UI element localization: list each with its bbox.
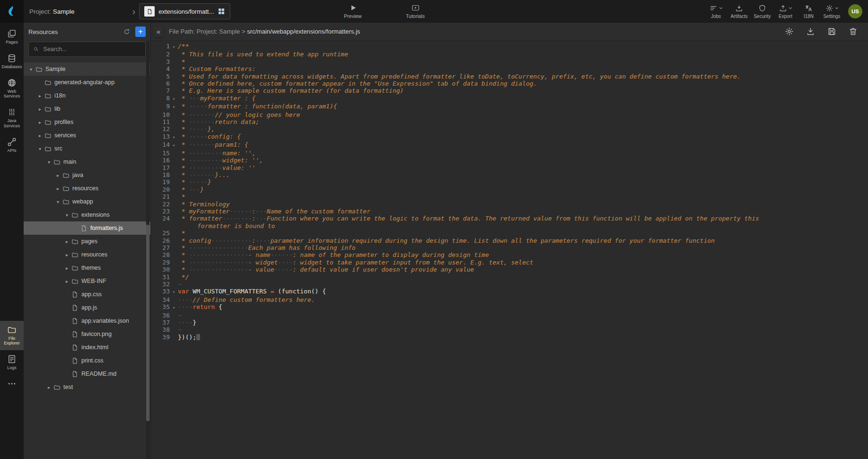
code-text[interactable]: ····} xyxy=(178,319,789,326)
code-text[interactable]: ····return { xyxy=(178,303,789,311)
collapse-panel-button[interactable]: « xyxy=(154,26,163,37)
code-text[interactable]: * Terminology xyxy=(178,201,789,208)
tree-folder-resources[interactable]: ▸resources xyxy=(24,248,150,261)
code-text[interactable]: ¬ xyxy=(178,326,789,333)
code-text[interactable]: * Once defined here, custom formatter ap… xyxy=(178,80,789,87)
rail-item-logs[interactable]: Logs xyxy=(0,350,24,375)
tree-file-readme-md[interactable]: README.md xyxy=(24,367,150,380)
topbar-export-button[interactable]: Export xyxy=(774,4,797,19)
expand-arrow-icon[interactable]: ▸ xyxy=(54,186,61,191)
fold-arrow-icon[interactable]: ▾ xyxy=(170,141,178,149)
tree-file-formatters-js[interactable]: formatters.js xyxy=(24,221,150,235)
code-text[interactable]: * ················Each param has followi… xyxy=(178,244,789,251)
code-text[interactable]: * ···myFormatter : { xyxy=(178,95,789,103)
download-button[interactable] xyxy=(806,27,815,36)
trash-button[interactable] xyxy=(849,27,858,36)
topbar-preview-button[interactable]: Preview xyxy=(341,0,365,23)
code-text[interactable]: * ·····} xyxy=(178,178,789,185)
tree-folder-themes[interactable]: ▸themes xyxy=(24,261,150,274)
code-text[interactable]: * ·········widget: '', xyxy=(178,157,789,164)
expand-arrow-icon[interactable]: ▸ xyxy=(45,385,53,390)
code-text[interactable]: * ·······return data; xyxy=(178,118,789,125)
user-avatar[interactable]: US xyxy=(848,4,862,18)
tree-folder-sample[interactable]: ▾Sample xyxy=(24,62,150,76)
collapse-arrow-icon[interactable]: ▾ xyxy=(63,212,70,218)
tree-folder-generated-angular-app[interactable]: generated-angular-app xyxy=(24,76,150,89)
open-file-tab[interactable]: extensions/formatt... xyxy=(139,3,230,19)
tree-folder-profiles[interactable]: ▸profiles xyxy=(24,115,150,129)
code-text[interactable]: * formatter········:···Function where yo… xyxy=(178,215,789,230)
tree-folder-web-inf[interactable]: ▸WEB-INF xyxy=(24,274,150,288)
search-input[interactable] xyxy=(43,45,141,53)
topbar-jobs-button[interactable]: Jobs xyxy=(704,4,728,19)
tree-folder-main[interactable]: ▾main xyxy=(24,155,150,168)
expand-arrow-icon[interactable]: ▸ xyxy=(63,265,70,271)
tree-folder-extensions[interactable]: ▾extensions xyxy=(24,208,150,221)
tree-folder-java[interactable]: ▸java xyxy=(24,168,150,182)
tree-folder-services[interactable]: ▸services xyxy=(24,129,150,142)
rail-item-databases[interactable]: Databases xyxy=(0,49,24,74)
fold-arrow-icon[interactable]: ▾ xyxy=(170,103,178,111)
add-resource-button[interactable]: + xyxy=(135,26,146,37)
rail-item-apis[interactable]: APIs xyxy=(0,133,24,158)
collapse-arrow-icon[interactable]: ▾ xyxy=(36,146,44,151)
collapse-arrow-icon[interactable]: ▾ xyxy=(27,67,35,72)
code-text[interactable]: * ·······param1: { xyxy=(178,141,789,149)
fold-arrow-icon[interactable]: ▾ xyxy=(170,303,178,311)
code-text[interactable]: * This file is used to extend the app ru… xyxy=(178,51,789,58)
code-editor[interactable]: 1▾/**2 * This file is used to extend the… xyxy=(151,41,868,459)
expand-arrow-icon[interactable]: ▸ xyxy=(54,173,61,178)
rail-item-pages[interactable]: Pages xyxy=(0,25,24,49)
code-text[interactable]: /** xyxy=(178,43,789,51)
code-text[interactable]: * ·······}... xyxy=(178,171,789,178)
tree-folder-pages[interactable]: ▸pages xyxy=(24,235,150,248)
code-text[interactable]: ¬ xyxy=(178,281,789,288)
tree-folder-test[interactable]: ▸test xyxy=(24,380,150,394)
code-text[interactable]: * config···········:····parameter inform… xyxy=(178,237,789,244)
code-text[interactable]: * ················- value·····: default … xyxy=(178,266,789,273)
code-text[interactable]: var WM_CUSTOM_FORMATTERS = (function() { xyxy=(178,288,789,296)
topbar-tutorials-button[interactable]: Tutorials xyxy=(403,0,428,23)
topbar-i18n-button[interactable]: I18N xyxy=(797,4,820,19)
scrollbar-thumb[interactable] xyxy=(146,225,149,421)
rail-item-web-services[interactable]: Web Services xyxy=(0,74,24,104)
fold-arrow-icon[interactable]: ▾ xyxy=(170,95,178,103)
fold-arrow-icon[interactable]: ▾ xyxy=(170,133,178,141)
fold-arrow-icon[interactable]: ▾ xyxy=(170,43,178,51)
code-text[interactable]: * ·······// your logic goes here xyxy=(178,111,789,118)
code-text[interactable]: })(); xyxy=(178,334,789,341)
code-text[interactable]: * ·····formatter : function(data, param1… xyxy=(178,103,789,111)
rail-item-java-services[interactable]: Java Services xyxy=(0,103,24,133)
expand-arrow-icon[interactable]: ▸ xyxy=(63,252,70,257)
gear-button[interactable] xyxy=(785,27,794,36)
code-text[interactable]: * ···} xyxy=(178,186,789,193)
code-text[interactable]: * E.g. Here is sample custom formatter (… xyxy=(178,87,789,94)
save-button[interactable] xyxy=(827,27,836,36)
tree-folder-webapp[interactable]: ▾webapp xyxy=(24,195,150,208)
code-text[interactable]: * ·····}, xyxy=(178,125,789,132)
tree-folder-resources[interactable]: ▸resources xyxy=(24,182,150,195)
code-text[interactable]: * xyxy=(178,230,789,237)
expand-arrow-icon[interactable]: ▸ xyxy=(63,279,70,284)
code-text[interactable]: * myFormatter······:···Name of the custo… xyxy=(178,208,789,215)
grid-icon[interactable] xyxy=(218,8,225,15)
expand-arrow-icon[interactable]: ▸ xyxy=(36,106,44,112)
refresh-icon[interactable] xyxy=(123,28,131,35)
tree-file-print-css[interactable]: print.css xyxy=(24,354,150,367)
code-text[interactable]: ¬ xyxy=(178,312,789,319)
tree-file-app-js[interactable]: app.js xyxy=(24,301,150,314)
code-text[interactable]: */ xyxy=(178,274,789,281)
code-text[interactable]: * ·········name: '', xyxy=(178,150,789,157)
rail-item-file-explorer[interactable]: File Explorer xyxy=(0,321,24,351)
tree-folder-src[interactable]: ▾src xyxy=(24,142,150,155)
code-text[interactable]: * ················- widget····: widget t… xyxy=(178,259,789,266)
tree-folder-lib[interactable]: ▸lib xyxy=(24,102,150,115)
code-text[interactable]: * xyxy=(178,193,789,200)
code-text[interactable]: * xyxy=(178,58,789,65)
code-text[interactable]: * Custom Formatters: xyxy=(178,65,789,72)
code-text[interactable]: * Used for data formatting across widget… xyxy=(178,73,789,80)
fold-arrow-icon[interactable]: ▾ xyxy=(170,288,178,296)
code-text[interactable]: * ·········value: '' xyxy=(178,164,789,171)
topbar-security-button[interactable]: Security xyxy=(751,4,774,19)
tree-file-index-html[interactable]: index.html xyxy=(24,341,150,354)
